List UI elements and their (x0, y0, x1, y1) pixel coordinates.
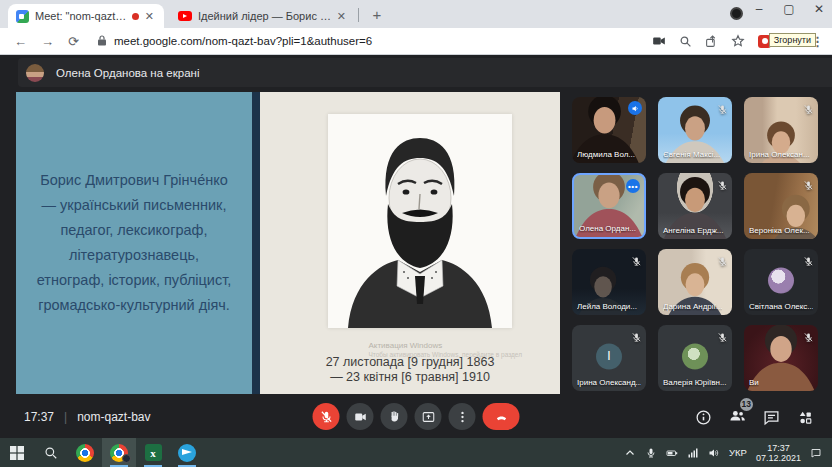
call-controls (313, 403, 520, 430)
participant-tile[interactable]: Валерія Юріївн... (658, 325, 732, 391)
maximize-button[interactable]: ▢ (782, 2, 796, 16)
meeting-time: 17:37 (24, 410, 54, 424)
tile-menu-icon[interactable]: ••• (626, 179, 640, 193)
chat-icon[interactable] (763, 409, 780, 426)
taskbar-excel-button[interactable]: x (136, 438, 170, 467)
participant-name: Валерія Юріївн... (663, 378, 727, 387)
mic-off-icon (717, 253, 728, 264)
minimize-button[interactable]: – (752, 2, 766, 16)
participant-tile[interactable]: Лейла Володи... (572, 249, 646, 315)
taskbar-chrome-button[interactable] (68, 438, 102, 467)
slide-biography-text: Борис Дмитрович Грінче́нко— український … (16, 158, 252, 328)
participant-tile[interactable]: Дарина Андрії... (658, 249, 732, 315)
participant-name: Вероніка Олек... (749, 226, 810, 235)
taskbar-telegram-button[interactable] (170, 438, 204, 467)
battery-icon[interactable] (666, 447, 678, 459)
raise-hand-button[interactable] (381, 403, 408, 430)
chrome-meet-badge (122, 454, 131, 463)
network-icon[interactable] (687, 447, 699, 459)
presenting-banner-text: Олена Орданова на екрані (56, 67, 199, 79)
mic-off-icon (803, 329, 814, 340)
chrome-icon (76, 444, 94, 462)
mic-off-icon (803, 101, 814, 112)
browser-profile-avatar[interactable] (730, 7, 743, 20)
language-indicator[interactable]: УКР (729, 447, 747, 458)
watermark-line1: Активация Windows (369, 341, 523, 350)
participant-name: Ірина Олексан... (749, 150, 810, 159)
meet-app: Олена Орданова на екрані Борис Дмитрович… (0, 55, 832, 438)
participant-tile[interactable]: Вероніка Олек... (744, 173, 818, 239)
tab-meet[interactable]: Meet: "nom-qazt-bav" ✕ (8, 4, 164, 28)
participant-name: Лейла Володи... (577, 302, 637, 311)
status-separator: | (64, 410, 67, 424)
taskbar-date: 07.12.2021 (756, 453, 801, 463)
meeting-status: 17:37 | nom-qazt-bav (24, 396, 151, 438)
end-call-button[interactable] (483, 403, 520, 430)
avatar-photo (768, 267, 794, 293)
start-button[interactable] (0, 438, 34, 467)
participant-tile[interactable]: Ірина Олексан... (744, 97, 818, 163)
tab-close-icon[interactable]: ✕ (143, 10, 156, 23)
participant-tile[interactable]: Людмила Вол... (572, 97, 646, 163)
tab-title: Meet: "nom-qazt-bav" (35, 10, 128, 22)
participant-tile-active-speaker[interactable]: ••• Олена Ордан... (572, 173, 646, 239)
tray-mic-icon[interactable] (645, 447, 657, 459)
close-button[interactable]: ✕ (812, 2, 826, 16)
url-text[interactable]: meet.google.com/nom-qazt-bav?pli=1&authu… (114, 35, 652, 47)
participants-button[interactable]: 13 (729, 407, 746, 428)
mic-off-icon (631, 329, 642, 340)
taskbar-clock[interactable]: 17:37 07.12.2021 (756, 443, 801, 463)
info-icon[interactable] (695, 409, 712, 426)
reload-icon[interactable]: ⟳ (68, 34, 79, 49)
participant-tile[interactable]: І Ірина Олександ... (572, 325, 646, 391)
search-icon (44, 446, 58, 460)
tab-divider (358, 8, 359, 22)
mic-toggle-button[interactable] (313, 403, 340, 430)
mic-off-icon (803, 253, 814, 264)
search-icon[interactable] (679, 35, 692, 48)
new-tab-button[interactable]: + (366, 5, 388, 27)
presentation-stage[interactable]: Борис Дмитрович Грінче́нко— український … (16, 92, 560, 394)
meeting-panels: 13 (695, 396, 814, 438)
window-controls: – ▢ ✕ (752, 2, 826, 16)
address-bar: ← → ⟳ meet.google.com/nom-qazt-bav?pli=1… (0, 28, 832, 55)
excel-icon: x (145, 444, 162, 461)
activities-icon[interactable] (797, 409, 814, 426)
dates-line2: — 23 квітня [6 травня] 1910 (260, 370, 560, 385)
camera-toggle-button[interactable] (347, 403, 374, 430)
participant-tile[interactable]: Ангеліна Ердж... (658, 173, 732, 239)
slide-portrait-panel: Активация Windows Чтобы активировать Win… (260, 92, 560, 394)
action-center-icon[interactable] (810, 447, 822, 459)
slide-text-panel: Борис Дмитрович Грінче́нко— український … (16, 92, 252, 394)
volume-icon[interactable] (708, 447, 720, 459)
taskbar-chrome-active-button[interactable] (102, 438, 136, 467)
taskbar-search-button[interactable] (34, 438, 68, 467)
participant-name: Євгенія Максі... (663, 150, 720, 159)
participant-tile[interactable]: Євгенія Максі... (658, 97, 732, 163)
tab-close-icon[interactable]: ✕ (335, 10, 348, 23)
extensions-tooltip: Згорнути (769, 33, 816, 47)
bookmark-star-icon[interactable] (731, 34, 745, 48)
taskbar-time: 17:37 (756, 443, 801, 453)
mic-off-icon (717, 329, 728, 340)
system-tray: УКР 17:37 07.12.2021 (624, 443, 832, 463)
mic-off-icon (631, 253, 642, 264)
show-hidden-icons-button[interactable] (624, 447, 636, 459)
share-icon[interactable] (705, 35, 718, 48)
dates-line1: 27 листопада [9 грудня] 1863 (260, 355, 560, 370)
forward-icon[interactable]: → (41, 34, 54, 49)
screen: Meet: "nom-qazt-bav" ✕ Ідейний лідер — Б… (0, 0, 832, 467)
windows-logo-icon (10, 446, 24, 460)
tab-youtube[interactable]: Ідейний лідер — Борис Грінче ✕ (170, 4, 356, 28)
participant-tile-self[interactable]: Ви (744, 325, 818, 391)
participant-tile[interactable]: Світлана Олекс... (744, 249, 818, 315)
back-icon[interactable]: ← (14, 34, 27, 49)
tab-camera-indicator-icon[interactable] (652, 34, 666, 48)
more-options-button[interactable] (449, 403, 476, 430)
mic-off-icon (717, 177, 728, 188)
speaking-indicator-icon (628, 101, 642, 115)
present-screen-button[interactable] (415, 403, 442, 430)
participant-name: Ви (749, 378, 759, 387)
meet-favicon-icon (16, 10, 29, 23)
meeting-code: nom-qazt-bav (77, 410, 150, 424)
